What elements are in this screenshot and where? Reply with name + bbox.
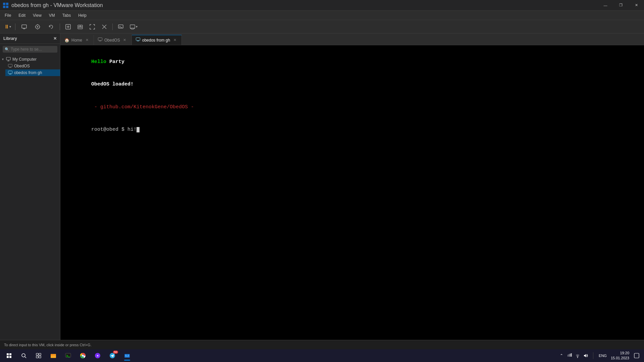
toolbar: ⏸ ▾ [0, 20, 644, 34]
tab-obedos-from-gh-label: obedos from gh [142, 38, 170, 43]
svg-line-39 [25, 357, 26, 358]
vmware-icon [124, 352, 130, 359]
tab-obedos[interactable]: ObedOS ✕ [94, 35, 132, 45]
terminal-prompt-text: root@obed $ hi! [91, 127, 137, 132]
tree-item-obedos-from-gh-label: obedos from gh [14, 70, 42, 75]
toolbar-fit-guest[interactable] [63, 22, 73, 32]
explorer-app[interactable] [47, 350, 60, 361]
tab-obedos-from-gh-close[interactable]: ✕ [172, 38, 177, 43]
toolbar-console[interactable] [115, 22, 126, 32]
svg-rect-41 [39, 353, 41, 355]
titlebar-title: obedos from gh - VMware Workstation [11, 2, 103, 8]
main-area: Library ✕ 🔍 ▼ My Computer [0, 34, 644, 340]
tray-volume-icon[interactable] [582, 352, 589, 359]
monitor-icon [6, 57, 11, 62]
app-icon [3, 2, 9, 8]
svg-point-38 [22, 354, 25, 357]
content-area: 🏠 Home ✕ ObedOS ✕ [60, 34, 644, 340]
vmware-app[interactable] [121, 350, 133, 361]
tree-item-my-computer[interactable]: ▼ My Computer [0, 56, 60, 63]
obedos-tab-icon [98, 38, 102, 43]
tree-item-obedos[interactable]: ObedOS [5, 63, 60, 69]
terminal-app[interactable] [62, 350, 74, 361]
sidebar-search-container: 🔍 [3, 46, 57, 53]
svg-rect-0 [3, 3, 5, 5]
statusbar: To direct input to this VM, click inside… [0, 340, 644, 349]
svg-rect-3 [6, 6, 8, 8]
sidebar-close-icon[interactable]: ✕ [53, 36, 57, 41]
svg-rect-59 [570, 354, 571, 357]
svg-rect-32 [98, 38, 102, 40]
minimize-button[interactable]: — [598, 0, 613, 11]
search-input[interactable] [11, 47, 55, 52]
search-button[interactable] [17, 350, 30, 361]
notification-button[interactable] [632, 351, 641, 360]
statusbar-text: To direct input to this VM, click inside… [4, 343, 92, 347]
menu-tabs[interactable]: Tabs [59, 12, 74, 19]
chrome-app[interactable] [76, 350, 89, 361]
clock[interactable]: 19:20 15.01.2023 [611, 351, 629, 361]
close-button[interactable]: ✕ [629, 0, 644, 11]
tab-obedos-close[interactable]: ✕ [122, 38, 127, 43]
toolbar-revert-snapshot[interactable] [45, 22, 57, 32]
toolbar-fullscreen[interactable] [87, 22, 98, 32]
language-button[interactable]: ENG [597, 353, 608, 358]
svg-rect-13 [80, 25, 83, 27]
tab-home-close[interactable]: ✕ [84, 38, 90, 43]
svg-rect-4 [22, 25, 26, 28]
menubar: File Edit View VM Tabs Help [0, 11, 644, 20]
svg-rect-63 [634, 353, 639, 358]
svg-rect-2 [3, 6, 5, 8]
terminal-output[interactable]: Hello Party ObedOS loaded! - github.com/… [60, 45, 644, 340]
terminal-hello-text: Hello [91, 59, 109, 65]
toolbar-separator-1 [15, 23, 15, 30]
terminal-line-link: - github.com/KitenokGene/ObedOS - [67, 96, 637, 119]
toolbar-settings[interactable]: ▾ [127, 22, 140, 32]
active-tab-icon [136, 38, 140, 43]
taskview-button[interactable] [32, 350, 45, 361]
svg-rect-56 [125, 356, 129, 357]
toolbar-separator-2 [60, 23, 60, 30]
sidebar-header: Library ✕ [0, 34, 60, 44]
tree-children: ObedOS obedos from gh [0, 63, 60, 76]
tab-home[interactable]: 🏠 Home ✕ [60, 35, 94, 45]
tray-network-icon[interactable] [566, 352, 573, 359]
menu-file[interactable]: File [1, 12, 14, 19]
taskview-icon [36, 353, 41, 358]
toolbar-unity[interactable] [75, 22, 86, 32]
tab-obedos-label: ObedOS [104, 38, 120, 43]
explorer-icon [50, 352, 57, 359]
tree-item-my-computer-label: My Computer [12, 57, 37, 62]
telegram-app[interactable]: 56 [106, 350, 119, 361]
copilot-icon: ✦ [94, 352, 101, 359]
menu-edit[interactable]: Edit [15, 12, 29, 19]
svg-point-61 [577, 357, 578, 358]
terminal-link-text: - github.com/KitenokGene/ObedOS - [91, 104, 194, 110]
terminal-line-prompt: root@obed $ hi! [67, 119, 637, 141]
maximize-button[interactable]: ❐ [613, 0, 629, 11]
search-taskbar-icon [21, 353, 26, 358]
terminal-cursor [137, 127, 140, 132]
menu-help[interactable]: Help [75, 12, 90, 19]
copilot-app[interactable]: ✦ [91, 350, 104, 361]
menu-vm[interactable]: VM [46, 12, 58, 19]
tree-item-obedos-from-gh[interactable]: obedos from gh [5, 69, 60, 76]
windows-icon [7, 353, 11, 358]
svg-text:✦: ✦ [96, 354, 99, 358]
svg-rect-42 [36, 356, 38, 358]
pause-button[interactable]: ⏸ ▾ [3, 22, 12, 32]
start-button[interactable] [3, 350, 15, 361]
sidebar-title: Library [3, 36, 17, 41]
tab-obedos-from-gh[interactable]: obedos from gh ✕ [132, 35, 182, 45]
clock-date: 15.01.2023 [611, 356, 629, 361]
tray-chevron[interactable]: ⌃ [558, 352, 565, 359]
svg-marker-62 [584, 354, 586, 357]
toolbar-take-snapshot[interactable] [32, 22, 44, 32]
toolbar-send-ctrl-alt-del[interactable] [18, 22, 30, 32]
titlebar: obedos from gh - VMware Workstation — ❐ … [0, 0, 644, 11]
tray-wifi-icon[interactable] [574, 352, 581, 359]
menu-view[interactable]: View [30, 12, 45, 19]
titlebar-controls: — ❐ ✕ [598, 0, 644, 11]
toolbar-cut[interactable] [99, 22, 110, 32]
vm-icon [8, 64, 12, 68]
